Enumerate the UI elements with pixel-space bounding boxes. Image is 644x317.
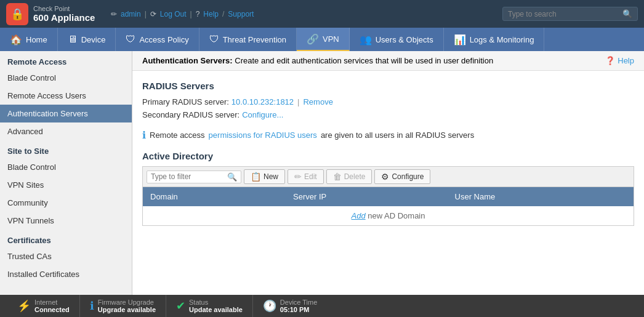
status-firmware: ℹ Firmware Upgrade Upgrade available bbox=[80, 295, 166, 317]
add-ad-domain-link[interactable]: Add bbox=[352, 211, 366, 220]
tab-device[interactable]: 🖥 Device bbox=[58, 28, 116, 51]
sidebar-section-certificates: Certificates bbox=[0, 230, 132, 247]
tab-access-policy-label: Access Policy bbox=[139, 35, 188, 44]
col-user-name: User Name bbox=[448, 187, 634, 207]
support-link[interactable]: Support bbox=[228, 10, 254, 18]
sidebar-item-remote-access-users[interactable]: Remote Access Users bbox=[0, 87, 132, 105]
tab-threat-prevention[interactable]: 🛡 Threat Prevention bbox=[199, 28, 297, 51]
top-actions: ✏ admin | ⟳ Log Out | ? Help / Support bbox=[111, 10, 496, 18]
tab-vpn[interactable]: 🔗 VPN bbox=[297, 28, 350, 51]
sidebar-item-trusted-cas[interactable]: Trusted CAs bbox=[0, 247, 132, 265]
help-question-icon: ❓ bbox=[605, 56, 615, 65]
sidebar-item-blade-control-ra[interactable]: Blade Control bbox=[0, 69, 132, 87]
logs-monitoring-icon: 📊 bbox=[454, 34, 466, 46]
secondary-radius-row: Secondary RADIUS server: Configure... bbox=[142, 110, 634, 119]
tab-home-label: Home bbox=[26, 35, 47, 44]
device-time-text: Device Time 05:10 PM bbox=[280, 299, 318, 313]
logout-link[interactable]: Log Out bbox=[160, 10, 187, 18]
ad-table: Domain Server IP User Name Add new AD Do… bbox=[142, 187, 634, 226]
new-button[interactable]: 📋 New bbox=[244, 169, 285, 184]
primary-radius-label: Primary RADIUS server: bbox=[142, 97, 229, 106]
tab-users-objects[interactable]: 👥 Users & Objects bbox=[350, 28, 444, 51]
vpn-icon: 🔗 bbox=[307, 33, 319, 45]
firmware-icon: ℹ bbox=[90, 299, 94, 313]
tab-logs-monitoring-label: Logs & Monitoring bbox=[470, 35, 534, 44]
configure-icon: ⚙ bbox=[381, 172, 389, 182]
sidebar: Remote Access Blade Control Remote Acces… bbox=[0, 51, 132, 295]
status-device-time: 🕐 Device Time 05:10 PM bbox=[253, 295, 328, 317]
help-label: Help bbox=[618, 56, 634, 65]
home-icon: 🏠 bbox=[10, 34, 22, 46]
primary-radius-row: Primary RADIUS server: 10.0.10.232:1812 … bbox=[142, 97, 634, 106]
edit-label: Edit bbox=[304, 172, 317, 181]
filter-input[interactable] bbox=[151, 172, 225, 181]
add-domain-text: new AD Domain bbox=[368, 211, 425, 220]
tab-device-label: Device bbox=[81, 35, 106, 44]
delete-icon: 🗑 bbox=[333, 172, 342, 182]
sidebar-item-community[interactable]: Community bbox=[0, 194, 132, 212]
internet-value: Connected bbox=[34, 306, 70, 313]
header-bold: Authentication Servers: bbox=[142, 56, 233, 65]
access-policy-icon: 🛡 bbox=[126, 34, 135, 45]
tab-users-objects-label: Users & Objects bbox=[376, 35, 433, 44]
content-body: RADIUS Servers Primary RADIUS server: 10… bbox=[132, 71, 644, 236]
radius-permissions-link[interactable]: permissions for RADIUS users bbox=[209, 130, 317, 140]
new-label: New bbox=[264, 172, 278, 181]
edit-icon: ✏ bbox=[294, 172, 302, 182]
filter-input-wrap[interactable]: 🔍 bbox=[147, 171, 241, 183]
internet-icon: ⚡ bbox=[17, 299, 31, 313]
sidebar-section-remote-access: Remote Access bbox=[0, 51, 132, 69]
search-input[interactable] bbox=[508, 10, 619, 18]
radius-section-title: RADIUS Servers bbox=[142, 81, 634, 91]
sidebar-item-blade-control-sts[interactable]: Blade Control bbox=[0, 158, 132, 176]
delete-button[interactable]: 🗑 Delete bbox=[326, 169, 372, 184]
secondary-radius-label: Secondary RADIUS server: bbox=[142, 110, 239, 119]
sidebar-item-vpn-sites[interactable]: VPN Sites bbox=[0, 176, 132, 194]
status-label: Status bbox=[189, 299, 243, 306]
nav-tabs: 🏠 Home 🖥 Device 🛡 Access Policy 🛡 Threat… bbox=[0, 28, 644, 51]
remove-link[interactable]: Remove bbox=[303, 97, 332, 106]
firmware-text: Firmware Upgrade Upgrade available bbox=[98, 299, 156, 313]
logo-area: 🔒 Check Point 600 Appliance bbox=[6, 3, 105, 25]
help-link-area[interactable]: ❓ Help bbox=[605, 56, 634, 65]
edit-button[interactable]: ✏ Edit bbox=[288, 169, 324, 184]
status-text: Status Update available bbox=[189, 299, 243, 313]
clock-icon: 🕐 bbox=[263, 299, 276, 313]
filter-search-icon: 🔍 bbox=[227, 172, 237, 182]
ad-section-title: Active Directory bbox=[142, 151, 634, 161]
search-icon: 🔍 bbox=[622, 9, 632, 18]
configure-button[interactable]: ⚙ Configure bbox=[374, 169, 430, 184]
ad-toolbar: 🔍 📋 New ✏ Edit 🗑 Delete ⚙ Configure bbox=[142, 166, 634, 187]
device-time-label: Device Time bbox=[280, 299, 318, 306]
logout-icon: ⟳ bbox=[150, 10, 156, 18]
content-area: Authentication Servers: Create and edit … bbox=[132, 51, 644, 295]
edit-icon: ✏ bbox=[111, 10, 117, 18]
status-value: Update available bbox=[189, 306, 243, 313]
tab-access-policy[interactable]: 🛡 Access Policy bbox=[116, 28, 199, 51]
tab-logs-monitoring[interactable]: 📊 Logs & Monitoring bbox=[444, 28, 545, 51]
help-link[interactable]: Help bbox=[203, 10, 219, 18]
col-domain: Domain bbox=[143, 187, 286, 207]
admin-link[interactable]: admin bbox=[121, 10, 141, 18]
configure-label: Configure bbox=[392, 172, 424, 181]
threat-prevention-icon: 🛡 bbox=[209, 34, 219, 45]
primary-radius-value[interactable]: 10.0.10.232:1812 bbox=[231, 97, 294, 106]
tab-home[interactable]: 🏠 Home bbox=[0, 28, 58, 51]
tab-threat-prevention-label: Threat Prevention bbox=[223, 35, 286, 44]
info-text-pre: Remote access bbox=[150, 130, 205, 140]
header-description: Authentication Servers: Create and edit … bbox=[142, 56, 493, 65]
configure-radius-link[interactable]: Configure... bbox=[242, 110, 283, 119]
sidebar-item-vpn-tunnels[interactable]: VPN Tunnels bbox=[0, 212, 132, 230]
brand-name: Check Point bbox=[33, 5, 95, 12]
add-domain-row: Add new AD Domain bbox=[143, 206, 634, 226]
internet-label: Internet bbox=[34, 299, 70, 306]
sidebar-item-advanced[interactable]: Advanced bbox=[0, 122, 132, 140]
status-check-icon: ✔ bbox=[176, 299, 185, 313]
sidebar-item-authentication-servers[interactable]: Authentication Servers bbox=[0, 105, 132, 122]
global-search[interactable]: 🔍 bbox=[502, 7, 638, 21]
info-icon: ℹ bbox=[142, 129, 146, 141]
app-logo: 🔒 bbox=[6, 3, 28, 25]
sidebar-item-installed-certs[interactable]: Installed Certificates bbox=[0, 265, 132, 283]
status-bar: ⚡ Internet Connected ℹ Firmware Upgrade … bbox=[0, 295, 644, 317]
col-server-ip: Server IP bbox=[286, 187, 447, 207]
